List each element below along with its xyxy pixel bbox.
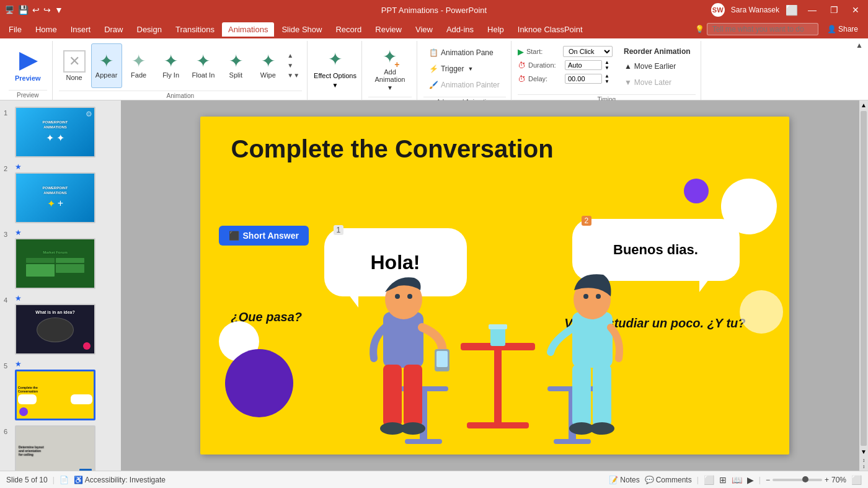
- vertical-scrollbar[interactable]: ▲ ▼ ↕ ↕: [859, 100, 868, 471]
- effect-options-button[interactable]: ✦ Effect Options ▼: [314, 49, 356, 89]
- notes-button[interactable]: 📝 Notes: [609, 476, 639, 484]
- effect-options-dropdown-icon: ▼: [332, 82, 339, 89]
- menu-design[interactable]: Design: [131, 22, 168, 37]
- scroll-thumb[interactable]: [861, 111, 867, 446]
- ribbon-collapse-icon[interactable]: ⬜: [786, 4, 798, 16]
- effect-options-icon: ✦: [328, 49, 342, 69]
- undo-icon[interactable]: ↩: [32, 5, 40, 15]
- slideshow-button[interactable]: ▶: [747, 475, 754, 485]
- slide-thumb-2[interactable]: POWERPOINTANIMATIONS ✦ +: [15, 172, 95, 223]
- delay-spinner[interactable]: ▲▼: [604, 73, 609, 84]
- redo-icon[interactable]: ↪: [43, 5, 51, 15]
- fit-arrows[interactable]: ↕ ↕: [861, 456, 866, 471]
- slide-item-5[interactable]: 5 ★ Complete theConversation: [0, 358, 121, 422]
- add-animation-dropdown-icon: ▼: [387, 84, 393, 91]
- restore-button[interactable]: ❐: [826, 4, 842, 16]
- animation-buttons: ✕ None ✦ Appear ✦ Fade ✦ Fly In ✦ Float …: [59, 41, 302, 91]
- gear-icon-1[interactable]: ⚙: [86, 110, 92, 118]
- user-name: Sara Wanasek: [731, 6, 779, 14]
- slide-item-1[interactable]: 1 ⚙ POWERPOINTANIMATIONS ✦ ✦: [0, 105, 121, 159]
- anim-split-button[interactable]: ✦ Split: [220, 43, 251, 88]
- reading-view-button[interactable]: 📖: [732, 475, 742, 485]
- slide-info: Slide 5 of 10: [6, 476, 48, 484]
- title-bar-left: 🖥️ 💾 ↩ ↪ ▼: [5, 5, 63, 15]
- slide-number-4: 4: [4, 296, 12, 304]
- share-button[interactable]: 👤 Share: [820, 22, 866, 36]
- scroll-up-button[interactable]: ▲: [859, 100, 868, 110]
- menu-help[interactable]: Help: [481, 22, 510, 37]
- delay-input[interactable]: [565, 74, 602, 84]
- zoom-thumb[interactable]: [802, 476, 808, 482]
- duration-spinner[interactable]: ▲▼: [604, 60, 609, 71]
- slide-item-2[interactable]: 2 ★ POWERPOINTANIMATIONS ✦ +: [0, 161, 121, 224]
- accessibility-button[interactable]: ♿ Accessibility: Investigate: [74, 476, 166, 484]
- svg-rect-20: [436, 351, 448, 367]
- ribbon-group-preview: ▶ Preview Preview: [4, 41, 53, 100]
- fit-to-window-button[interactable]: ⬜: [851, 475, 862, 485]
- move-later-button[interactable]: ▼ Move Later: [619, 76, 696, 89]
- trigger-button[interactable]: ⚡ Trigger ▼: [423, 62, 505, 76]
- customize-icon[interactable]: ▼: [55, 5, 63, 15]
- search-input[interactable]: [707, 23, 818, 35]
- lightbulb-icon: 💡: [695, 25, 704, 33]
- zoom-minus-button[interactable]: −: [766, 476, 770, 484]
- slide-thumb-1[interactable]: ⚙ POWERPOINTANIMATIONS ✦ ✦: [15, 107, 95, 157]
- menu-draw[interactable]: Draw: [98, 22, 129, 37]
- duration-input[interactable]: [565, 60, 602, 70]
- menu-inknoe[interactable]: Inknoe ClassPoint: [512, 22, 589, 37]
- svg-rect-8: [554, 439, 591, 444]
- menu-insert[interactable]: Insert: [64, 22, 97, 37]
- slide-thumb-6[interactable]: Determine layoutand orientationfor ceili…: [15, 425, 95, 471]
- slide-thumb-4[interactable]: What is in an idea?: [15, 304, 95, 355]
- title-bar-right: SW Sara Wanasek ⬜ — ❐ ✕: [711, 3, 863, 17]
- scroll-up-button[interactable]: ▲: [286, 51, 301, 60]
- slide-sorter-button[interactable]: ⊞: [719, 475, 727, 485]
- slide-title: Complete the Conversation: [231, 135, 554, 163]
- appear-icon: ✦: [99, 53, 113, 70]
- scroll-down-button[interactable]: ▼: [859, 447, 868, 456]
- slide-thumb-3[interactable]: Market Forum: [15, 238, 95, 289]
- effect-options-buttons: ✦ Effect Options ▼: [314, 41, 356, 97]
- anim-flyin-button[interactable]: ✦ Fly In: [156, 43, 187, 88]
- menu-transitions[interactable]: Transitions: [169, 22, 221, 37]
- menu-slideshow[interactable]: Slide Show: [275, 22, 328, 37]
- comments-button[interactable]: 💬 Comments: [645, 476, 692, 484]
- slide-item-3[interactable]: 3 ★ Market Forum: [0, 227, 121, 290]
- menu-review[interactable]: Review: [369, 22, 408, 37]
- slide-thumb-5[interactable]: Complete theConversation: [15, 370, 95, 420]
- preview-button[interactable]: ▶ Preview: [9, 43, 47, 86]
- menu-record[interactable]: Record: [329, 22, 368, 37]
- anim-none-button[interactable]: ✕ None: [59, 43, 90, 88]
- menu-home[interactable]: Home: [29, 22, 63, 37]
- slide-item-6[interactable]: 6 Determine layoutand orientationfor cei…: [0, 424, 121, 471]
- menu-animations[interactable]: Animations: [222, 22, 274, 37]
- minimize-button[interactable]: —: [804, 4, 820, 16]
- flyin-icon: ✦: [164, 53, 178, 70]
- ribbon-expand-button[interactable]: ▲: [856, 41, 863, 50]
- anim-fade-button[interactable]: ✦ Fade: [123, 43, 154, 88]
- scroll-more-button[interactable]: ▼▼: [286, 71, 301, 80]
- zoom-plus-button[interactable]: +: [825, 476, 829, 484]
- circle-white-medium: [740, 290, 783, 334]
- svg-rect-15: [383, 365, 402, 427]
- menu-file[interactable]: File: [2, 22, 28, 37]
- normal-view-button[interactable]: ⬜: [704, 475, 714, 485]
- zoom-track[interactable]: [773, 479, 822, 481]
- quick-save-icon[interactable]: 💾: [18, 5, 29, 15]
- move-earlier-button[interactable]: ▲ Move Earlier: [619, 60, 696, 73]
- ribbon: ▶ Preview Preview ✕ None ✦ Appear ✦ Fade: [0, 38, 868, 100]
- scroll-down-button[interactable]: ▼: [286, 61, 301, 70]
- menu-addins[interactable]: Add-ins: [440, 22, 480, 37]
- animation-pane-button[interactable]: 📋 Animation Pane: [423, 46, 505, 60]
- animation-pane-icon: 📋: [429, 48, 438, 57]
- close-button[interactable]: ✕: [848, 4, 863, 16]
- start-select[interactable]: On Click With Previous After Previous: [563, 46, 613, 57]
- anim-wipe-button[interactable]: ✦ Wipe: [252, 43, 283, 88]
- anim-appear-button[interactable]: ✦ Appear: [91, 43, 122, 88]
- animation-painter-button[interactable]: 🖌️ Animation Painter: [423, 78, 505, 92]
- anim-floatin-button[interactable]: ✦ Float In: [188, 43, 219, 88]
- add-animation-button[interactable]: ✦ + AddAnimation ▼: [368, 47, 412, 91]
- preview-group-label: Preview: [9, 90, 47, 100]
- slide-item-4[interactable]: 4 ★ What is in an idea?: [0, 293, 121, 356]
- menu-view[interactable]: View: [409, 22, 439, 37]
